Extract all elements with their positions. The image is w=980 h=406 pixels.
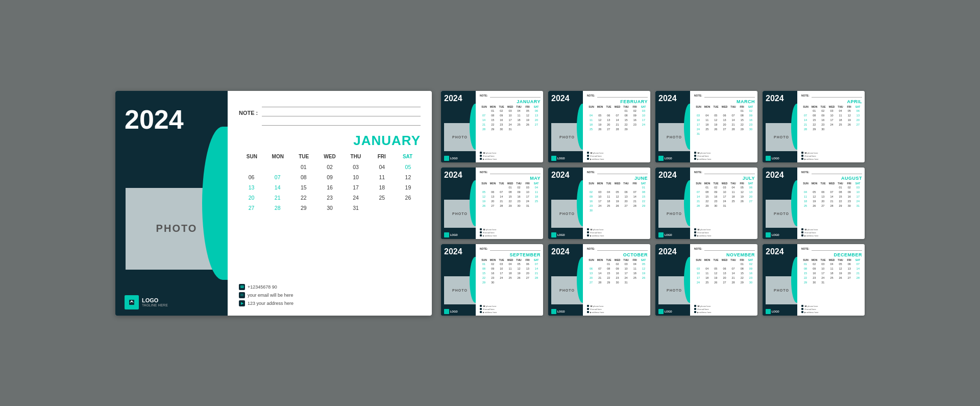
small-cal-cell: 08 bbox=[480, 267, 488, 271]
small-cal-cell bbox=[694, 185, 702, 189]
large-cal-cell: 21 bbox=[265, 193, 290, 202]
small-cal-cell bbox=[488, 185, 497, 189]
small-contact-line: ▶ address here bbox=[480, 158, 541, 160]
small-cal-cell: 16 bbox=[712, 195, 720, 199]
large-cal-cell bbox=[396, 203, 421, 212]
small-cal-cell: 26 bbox=[524, 123, 532, 127]
small-day-header: THU bbox=[622, 258, 630, 261]
small-day-header: THU bbox=[836, 258, 845, 261]
small-cal-cell bbox=[622, 185, 630, 189]
small-cal-cell: 12 bbox=[640, 267, 648, 271]
small-cal-cell: 11 bbox=[515, 113, 523, 117]
small-day-header: SUN bbox=[587, 182, 596, 185]
small-day-header: WED bbox=[613, 258, 622, 261]
small-contact-line: ▶ address here bbox=[587, 158, 648, 160]
large-cal-cell: 31 bbox=[344, 203, 369, 212]
small-cal-cell: 20 bbox=[532, 118, 541, 122]
small-cal-cell: 06 bbox=[720, 267, 728, 271]
small-cal-cell bbox=[738, 132, 746, 136]
small-calendar-december: 2024PHOTOLOGONOTE:DECEMBERSUNMONTUEWEDTH… bbox=[763, 244, 865, 316]
small-day-header: MON bbox=[810, 105, 819, 108]
small-cal-right: NOTE:MAYSUNMONTUEWEDTHUFRISAT01020304050… bbox=[476, 168, 543, 239]
small-day-header: TUE bbox=[604, 182, 613, 185]
small-logo-text: LOGO bbox=[772, 310, 779, 313]
small-day-headers: SUNMONTUEWEDTHUFRISAT bbox=[480, 105, 541, 108]
small-cal-cell: 28 bbox=[596, 280, 604, 284]
small-year: 2024 bbox=[658, 171, 677, 180]
small-cal-cell bbox=[712, 109, 720, 113]
small-cal-cell: 29 bbox=[837, 204, 845, 208]
small-cal-cell: 21 bbox=[694, 199, 702, 203]
small-cal-cell bbox=[747, 204, 755, 208]
note-lines bbox=[262, 100, 421, 126]
small-cal-right: NOTE:OCTOBERSUNMONTUEWEDTHUFRISAT0102030… bbox=[583, 244, 650, 316]
small-cal-cell: 03 bbox=[640, 109, 648, 113]
large-calendar: 2024 PHOTO LOGO TAGLINE HERE bbox=[115, 91, 432, 316]
small-cal-cell bbox=[837, 280, 845, 284]
small-cal-cell: 12 bbox=[837, 267, 845, 271]
small-cal-cell: 26 bbox=[640, 276, 648, 280]
large-cal-cell: 13 bbox=[239, 183, 264, 192]
small-cal-cell: 28 bbox=[694, 204, 702, 208]
small-note-line bbox=[597, 170, 648, 174]
small-cal-cell: 07 bbox=[613, 113, 621, 117]
small-cal-cell: 14 bbox=[854, 267, 862, 271]
small-logo-text: LOGO bbox=[450, 157, 458, 160]
small-cal-cell: 08 bbox=[506, 190, 514, 194]
small-day-header: FRI bbox=[523, 182, 532, 185]
small-day-header: THU bbox=[729, 258, 738, 261]
small-month-title: OCTOBER bbox=[587, 252, 648, 257]
small-note-row: NOTE: bbox=[480, 247, 541, 251]
small-month-title: JANUARY bbox=[480, 99, 541, 104]
small-logo-text: LOGO bbox=[772, 157, 779, 160]
small-photo-label: PHOTO bbox=[667, 135, 682, 139]
small-cal-cell: 27 bbox=[604, 127, 612, 131]
small-cal-cell: 19 bbox=[524, 118, 532, 122]
small-cal-cell: 21 bbox=[854, 271, 862, 275]
small-day-header: MON bbox=[488, 182, 497, 185]
small-cal-cell bbox=[622, 208, 630, 212]
small-cal-cell: 15 bbox=[506, 195, 514, 199]
contact-phone: ☎ +12345678 90 bbox=[239, 284, 293, 290]
small-cal-left: 2024PHOTOLOGO bbox=[441, 168, 476, 239]
small-cal-cell: 26 bbox=[845, 123, 853, 127]
small-cal-cell: 15 bbox=[810, 118, 818, 122]
small-cal-cell: 13 bbox=[720, 271, 728, 275]
small-cal-cell: 28 bbox=[854, 276, 862, 280]
small-contact-line: ✉ email here bbox=[694, 155, 755, 157]
large-cal-cell: 19 bbox=[396, 183, 421, 192]
small-note-line bbox=[490, 247, 541, 251]
large-cal-cell bbox=[239, 162, 264, 172]
small-cal-cell: 15 bbox=[480, 271, 488, 275]
phone-icon: ☎ bbox=[239, 284, 245, 290]
small-logo-area: LOGO bbox=[766, 309, 779, 314]
small-cal-cell: 19 bbox=[613, 199, 621, 203]
dh-fri: FRI bbox=[369, 153, 395, 160]
small-calendar-february: 2024PHOTOLOGONOTE:FEBRUARYSUNMONTUEWEDTH… bbox=[548, 91, 650, 162]
email-icon: ✉ bbox=[239, 292, 245, 298]
small-contact-line: ✉ email here bbox=[801, 155, 862, 157]
small-cal-cell: 10 bbox=[720, 190, 728, 194]
small-cal-cell: 16 bbox=[497, 118, 505, 122]
small-cal-cell: 11 bbox=[837, 113, 845, 117]
small-cal-grid: 0102030405060708091011121314151617181920… bbox=[694, 185, 755, 208]
small-cal-cell: 30 bbox=[845, 204, 853, 208]
small-cal-cell: 07 bbox=[694, 190, 702, 194]
small-day-header: SAT bbox=[853, 105, 862, 108]
small-cal-cell: 08 bbox=[488, 113, 497, 117]
small-cal-cell: 14 bbox=[532, 267, 541, 271]
small-cal-cell bbox=[854, 280, 862, 284]
small-cal-cell: 23 bbox=[819, 123, 827, 127]
small-cal-right: NOTE:MARCHSUNMONTUEWEDTHUFRISAT010203040… bbox=[690, 91, 757, 162]
small-cal-cell: 07 bbox=[729, 113, 738, 117]
small-cal-cell: 02 bbox=[497, 109, 505, 113]
small-cal-left: 2024PHOTOLOGO bbox=[548, 168, 583, 239]
small-note-row: NOTE: bbox=[587, 170, 648, 174]
small-cal-cell: 10 bbox=[694, 271, 702, 275]
small-cal-cell: 04 bbox=[587, 113, 595, 117]
large-cal-cell: 28 bbox=[265, 203, 290, 212]
small-contact-line: ▶ address here bbox=[587, 234, 648, 237]
small-cal-cell: 25 bbox=[631, 276, 639, 280]
small-cal-cell: 11 bbox=[801, 195, 810, 199]
small-cal-cell: 20 bbox=[604, 123, 612, 127]
